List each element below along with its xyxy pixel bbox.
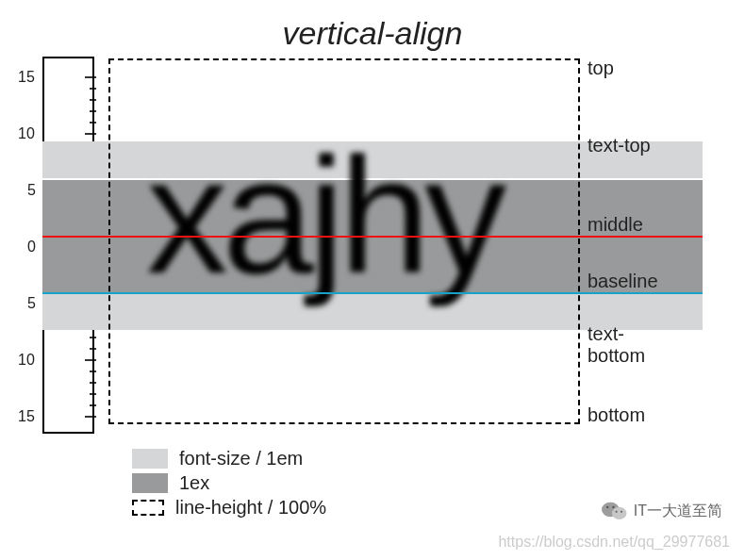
legend-row-lineheight: line-height / 100%	[132, 497, 326, 519]
diagram-area: xajhy top text-top middle baseline text-…	[108, 58, 655, 424]
svg-point-32	[612, 507, 627, 519]
label-baseline: baseline	[588, 271, 658, 292]
swatch-fontsize	[132, 449, 168, 469]
watermark-author-text: IT一大道至简	[634, 502, 722, 521]
svg-point-36	[621, 511, 622, 513]
label-top: top	[588, 58, 614, 79]
ruler-tick-5b: 5	[27, 295, 36, 312]
watermark-url: https://blog.csdn.net/qq_29977681	[498, 534, 730, 551]
ruler-tick-10b: 10	[18, 352, 35, 369]
ruler-tick-5a: 5	[27, 182, 36, 199]
swatch-1ex	[132, 473, 168, 493]
label-bottom: bottom	[588, 404, 645, 426]
wechat-icon	[602, 500, 628, 522]
legend-label-1ex: 1ex	[179, 472, 209, 494]
watermark-author: IT一大道至简	[602, 500, 722, 522]
legend: font-size / 1em 1ex line-height / 100%	[132, 445, 326, 521]
label-text-top: text-top	[588, 135, 651, 156]
legend-label-fontsize: font-size / 1em	[179, 448, 303, 469]
ruler-tick-15b: 15	[18, 408, 35, 425]
svg-point-33	[606, 506, 608, 508]
legend-row-1ex: 1ex	[132, 472, 326, 494]
line-height-box	[108, 58, 580, 424]
legend-row-fontsize: font-size / 1em	[132, 448, 326, 469]
label-text-bottom: text-bottom	[588, 323, 655, 367]
ruler-tick-15a: 15	[18, 69, 35, 86]
svg-point-34	[612, 506, 614, 508]
label-middle: middle	[588, 214, 643, 236]
swatch-lineheight	[132, 500, 164, 516]
ruler-tick-10a: 10	[18, 125, 35, 142]
diagram-title: vertical-align	[0, 15, 745, 52]
ruler-tick-0: 0	[27, 239, 36, 255]
legend-label-lineheight: line-height / 100%	[175, 497, 326, 519]
svg-point-35	[615, 511, 617, 513]
